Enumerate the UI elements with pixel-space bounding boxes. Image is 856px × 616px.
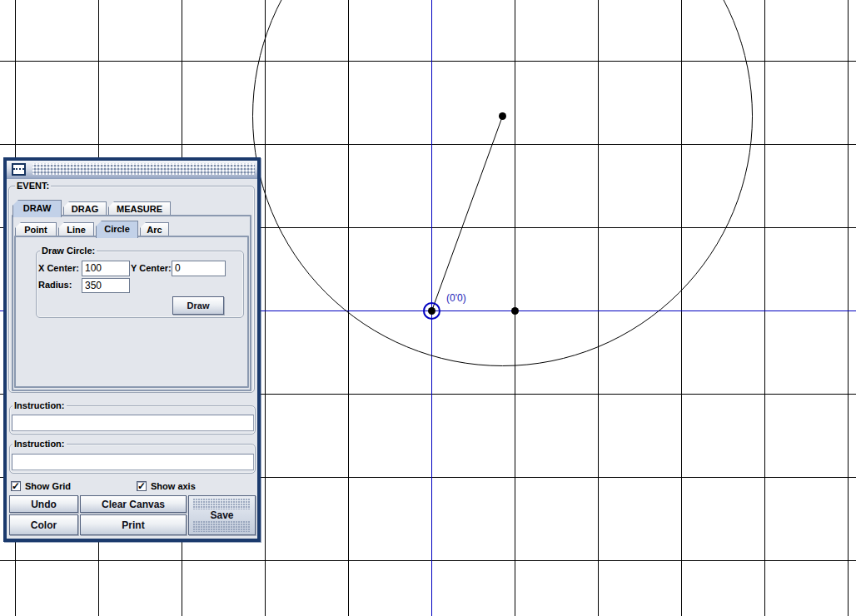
show-axis-checkbox[interactable]: ✓ bbox=[137, 481, 147, 491]
save-button[interactable]: Save bbox=[188, 495, 256, 535]
draw-button[interactable]: Draw bbox=[172, 296, 224, 315]
draw-circle-group-label: Draw Circle: bbox=[40, 246, 97, 256]
app-window: (0'0) EVENT: DRAW DRAG MEASURE Point Lin… bbox=[0, 0, 856, 616]
subtab-circle[interactable]: Circle bbox=[96, 221, 138, 238]
point-dot[interactable] bbox=[499, 112, 506, 120]
tab-measure[interactable]: MEASURE bbox=[108, 201, 171, 215]
panel-titlebar[interactable] bbox=[7, 161, 257, 179]
tab-drag[interactable]: DRAG bbox=[63, 201, 107, 215]
subtab-point[interactable]: Point bbox=[15, 222, 57, 236]
y-center-label: Y Center: bbox=[131, 263, 172, 273]
window-icon bbox=[12, 163, 26, 176]
point-dot[interactable] bbox=[511, 307, 519, 315]
origin-label: (0'0) bbox=[446, 292, 466, 304]
subtab-arc[interactable]: Arc bbox=[140, 222, 169, 236]
show-grid-label: Show Grid bbox=[25, 481, 71, 491]
color-button[interactable]: Color bbox=[9, 514, 78, 535]
instruction2-label: Instruction: bbox=[12, 439, 67, 449]
instruction1-label: Instruction: bbox=[12, 400, 67, 410]
undo-button[interactable]: Undo bbox=[9, 495, 78, 513]
point-dot[interactable] bbox=[428, 307, 435, 315]
subtab-line[interactable]: Line bbox=[58, 222, 94, 236]
show-axis-label: Show axis bbox=[151, 481, 196, 491]
x-center-field[interactable]: 100 bbox=[82, 261, 130, 276]
tool-panel: EVENT: DRAW DRAG MEASURE Point Line Circ… bbox=[3, 157, 261, 542]
y-center-field[interactable]: 0 bbox=[172, 261, 226, 276]
panel-body: EVENT: DRAW DRAG MEASURE Point Line Circ… bbox=[7, 179, 257, 539]
radius-label: Radius: bbox=[38, 280, 72, 290]
instruction2-textarea[interactable] bbox=[12, 454, 254, 470]
x-center-label: X Center: bbox=[38, 263, 79, 273]
show-grid-checkbox[interactable]: ✓ bbox=[11, 481, 21, 491]
titlebar-grip-texture bbox=[32, 163, 255, 175]
clear-canvas-button[interactable]: Clear Canvas bbox=[80, 495, 187, 513]
print-button[interactable]: Print bbox=[80, 514, 187, 535]
tab-draw[interactable]: DRAW bbox=[12, 200, 62, 217]
instruction1-textarea[interactable] bbox=[12, 415, 254, 431]
radius-field[interactable]: 350 bbox=[82, 278, 130, 293]
event-group-label: EVENT: bbox=[15, 181, 51, 191]
